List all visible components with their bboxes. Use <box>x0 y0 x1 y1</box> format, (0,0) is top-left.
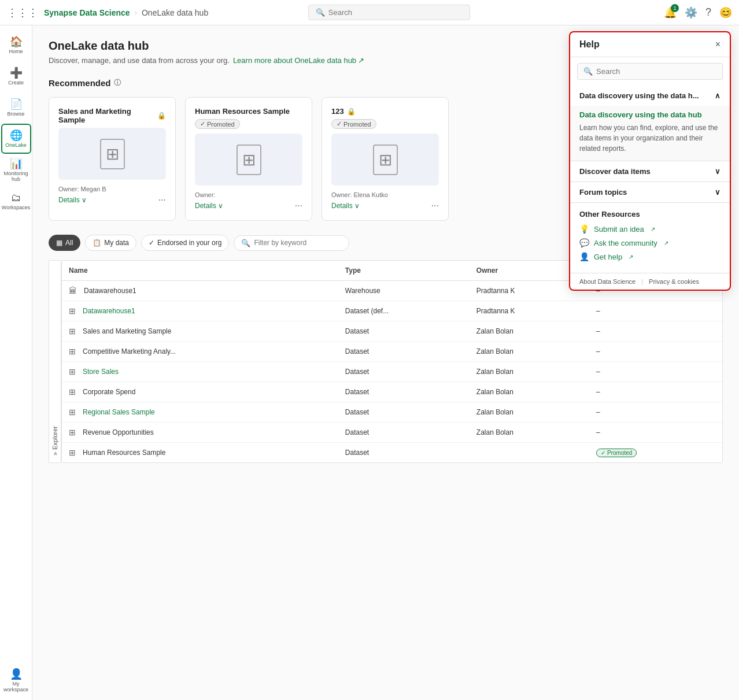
left-sidebar: 🏠 Home ➕ Create 📄 Browse 🌐 OneLake 📊 Mon… <box>0 25 32 700</box>
row-name-cell: ⊞ Competitive Marketing Analy... <box>62 342 338 362</box>
row-type: Dataset <box>338 443 470 463</box>
row-endorsement: – <box>589 382 722 402</box>
row-name-cell: ⊞ Revenue Opportunities <box>62 423 338 443</box>
item-name[interactable]: Competitive Marketing Analy... <box>83 347 176 355</box>
expand-icon: » <box>51 452 58 455</box>
card-owner: Owner: Megan B <box>58 186 166 192</box>
about-link[interactable]: About Data Science <box>579 278 635 285</box>
all-icon: ▦ <box>56 239 62 247</box>
brand-separator: › <box>135 8 137 17</box>
help-search-input[interactable] <box>596 67 716 76</box>
table-row[interactable]: ⊞ Regional Sales Sample Dataset Zalan Bo… <box>62 402 722 423</box>
table-row[interactable]: ⊞ Revenue Opportunities Dataset Zalan Bo… <box>62 423 722 443</box>
data-discovery-link[interactable]: Data discovery using the data hub <box>579 110 720 119</box>
row-owner: Zalan Bolan <box>470 342 589 362</box>
row-name-cell: ⊞ Corporate Spend <box>62 382 338 402</box>
notification-badge: 1 <box>671 4 679 12</box>
row-owner: Pradtanna K <box>470 301 589 321</box>
card-menu-icon[interactable]: ··· <box>431 201 439 211</box>
help-close-button[interactable]: × <box>715 39 720 50</box>
sidebar-item-onelake[interactable]: 🌐 OneLake <box>1 124 31 154</box>
grid-icon[interactable]: ⋮⋮⋮ <box>7 6 38 19</box>
ask-community-link[interactable]: 💬 Ask the community ↗ <box>579 238 720 247</box>
help-search[interactable]: 🔍 <box>577 63 723 80</box>
details-link[interactable]: Details ∨ <box>331 202 360 210</box>
item-name[interactable]: Sales and Marketing Sample <box>83 327 171 335</box>
help-section-header-discover-items[interactable]: Discover data items ∨ <box>570 161 730 182</box>
card-thumbnail: ⊞ <box>331 134 439 186</box>
help-section-discover-items: Discover data items ∨ <box>570 161 730 182</box>
sidebar-item-my-workspace[interactable]: 👤 My workspace <box>1 665 31 695</box>
get-help-link[interactable]: 👤 Get help ↗ <box>579 252 720 261</box>
submit-idea-link[interactable]: 💡 Submit an idea ↗ <box>579 224 720 234</box>
mydata-icon: 📋 <box>93 239 101 247</box>
global-search[interactable]: 🔍 <box>308 5 470 20</box>
lock-icon: 🔒 <box>157 112 166 120</box>
item-name[interactable]: Human Resources Sample <box>83 449 165 457</box>
help-section-header-forum-topics[interactable]: Forum topics ∨ <box>570 182 730 202</box>
promoted-badge: ✓ Promoted <box>331 119 376 129</box>
filter-mydata-button[interactable]: 📋 My data <box>85 235 136 251</box>
dataset-icon: ⊞ <box>69 327 78 336</box>
search-input[interactable] <box>328 8 463 17</box>
keyword-input[interactable] <box>254 239 342 247</box>
card-123[interactable]: 123 🔒 ✓ Promoted ⊞ Owner: Elena Kutko De… <box>322 97 449 221</box>
hub-name[interactable]: OneLake data hub <box>142 8 208 17</box>
item-name[interactable]: Datawarehouse1 <box>84 287 136 295</box>
item-name[interactable]: Datawarehouse1 <box>83 307 135 315</box>
table-row[interactable]: ⊞ Sales and Marketing Sample Dataset Zal… <box>62 321 722 342</box>
table-row[interactable]: ⊞ Competitive Marketing Analy... Dataset… <box>62 342 722 362</box>
help-icon[interactable]: ? <box>705 6 711 18</box>
table-row[interactable]: ⊞ Corporate Spend Dataset Zalan Bolan – <box>62 382 722 402</box>
table-row[interactable]: ⊞ Store Sales Dataset Zalan Bolan – <box>62 362 722 382</box>
row-endorsement: – <box>589 423 722 443</box>
brand-name[interactable]: Synapse Data Science <box>44 8 130 17</box>
lock-icon: 🔒 <box>347 108 356 116</box>
privacy-link[interactable]: Privacy & cookies <box>649 278 699 285</box>
sidebar-item-browse[interactable]: 📄 Browse <box>1 92 31 123</box>
notifications-icon[interactable]: 🔔 1 <box>664 6 677 19</box>
card-menu-icon[interactable]: ··· <box>158 195 166 205</box>
sidebar-item-monitoring[interactable]: 📊 Monitoring hub <box>1 155 31 185</box>
sidebar-item-workspaces[interactable]: 🗂 Workspaces <box>1 186 31 216</box>
help-section-header-data-discovery[interactable]: Data discovery using the data h... ∧ <box>570 86 730 106</box>
endorsed-icon: ✓ <box>601 450 605 456</box>
explorer-panel[interactable]: » Explorer <box>49 260 61 463</box>
learn-more-link[interactable]: Learn more about OneLake data hub ↗ <box>233 56 364 65</box>
chevron-down-icon: ∨ <box>715 167 720 176</box>
item-name[interactable]: Store Sales <box>83 368 119 376</box>
details-link[interactable]: Details ∨ <box>195 202 223 210</box>
row-name-cell: ⊞ Regional Sales Sample <box>62 402 338 423</box>
filter-endorsed-button[interactable]: ✓ Endorsed in your org <box>141 235 229 251</box>
details-link[interactable]: Details ∨ <box>58 196 87 204</box>
row-name-cell: ⊞ Store Sales <box>62 362 338 382</box>
sidebar-item-label: Workspaces <box>2 205 30 211</box>
table-row[interactable]: ⊞ Human Resources Sample Dataset ✓ Promo… <box>62 443 722 463</box>
filter-all-button[interactable]: ▦ All <box>49 235 80 251</box>
get-help-icon: 👤 <box>579 252 589 261</box>
row-endorsement: – <box>589 402 722 423</box>
settings-icon[interactable]: ⚙️ <box>685 6 697 19</box>
explorer-label-text: Explorer <box>51 426 58 450</box>
sidebar-item-label: OneLake <box>5 143 27 149</box>
sidebar-item-label: Monitoring hub <box>1 171 31 183</box>
row-type: Dataset <box>338 342 470 362</box>
card-sales-marketing[interactable]: Sales and Marketing Sample 🔒 ⊞ Owner: Me… <box>49 97 176 221</box>
card-human-resources[interactable]: Human Resources Sample ✓ Promoted ⊞ Owne… <box>185 97 312 221</box>
table-row[interactable]: ⊞ Datawarehouse1 Dataset (def... Pradtan… <box>62 301 722 321</box>
item-name[interactable]: Corporate Spend <box>83 388 135 396</box>
sidebar-item-label: Browse <box>7 112 24 117</box>
item-name[interactable]: Regional Sales Sample <box>83 408 155 416</box>
get-help-label: Get help <box>594 253 622 261</box>
sidebar-item-home[interactable]: 🏠 Home <box>1 30 31 60</box>
sidebar-item-create[interactable]: ➕ Create <box>1 61 31 91</box>
user-icon[interactable]: 😊 <box>719 6 732 19</box>
external-icon: ↗ <box>664 240 668 246</box>
submit-idea-label: Submit an idea <box>594 225 644 234</box>
item-name[interactable]: Revenue Opportunities <box>83 428 154 436</box>
card-actions: Details ∨ ··· <box>195 201 302 211</box>
row-name-cell: ⊞ Human Resources Sample <box>62 443 338 463</box>
keyword-filter[interactable]: 🔍 <box>234 235 349 251</box>
card-menu-icon[interactable]: ··· <box>295 201 302 211</box>
row-type: Dataset <box>338 402 470 423</box>
